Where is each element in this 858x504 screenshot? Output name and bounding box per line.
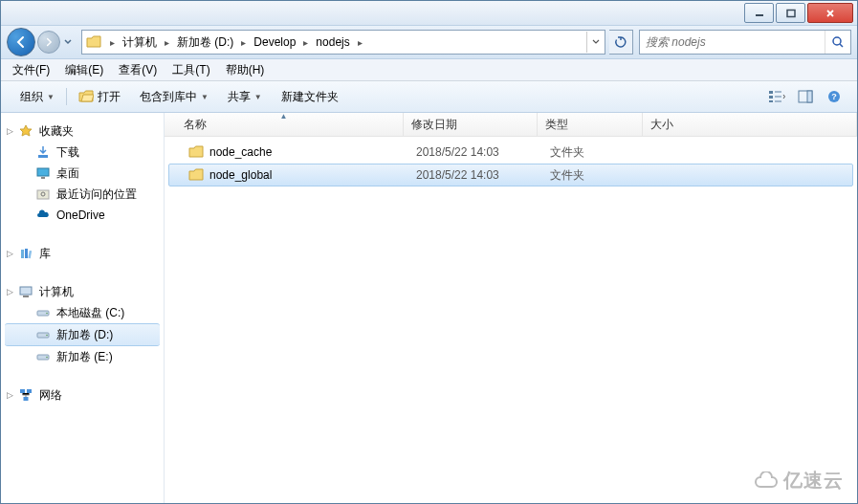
maximize-button[interactable]: [776, 3, 805, 23]
column-name-label: 名称: [184, 117, 207, 133]
back-button[interactable]: [7, 28, 35, 56]
chevron-down-icon: [592, 39, 600, 45]
column-type[interactable]: 类型: [538, 113, 643, 136]
view-mode-button[interactable]: [763, 85, 790, 108]
forward-button[interactable]: [37, 31, 60, 54]
breadcrumb-segment[interactable]: 新加卷 (D:): [174, 31, 236, 54]
column-date[interactable]: 修改日期: [404, 113, 538, 136]
svg-rect-12: [37, 190, 49, 199]
explorer-window: ▸ 计算机 ▸ 新加卷 (D:) ▸ Develop ▸ nodejs ▸ 文件…: [0, 0, 858, 504]
file-date: 2018/5/22 14:03: [408, 145, 542, 159]
search-input[interactable]: [640, 35, 825, 49]
preview-pane-icon: [798, 90, 813, 103]
drive-c-item[interactable]: 本地磁盘 (C:): [1, 302, 164, 323]
collapse-toggle[interactable]: ▷: [5, 126, 14, 136]
menu-edit[interactable]: 编辑(E): [57, 59, 111, 80]
menu-view[interactable]: 查看(V): [111, 59, 165, 80]
open-button[interactable]: 打开: [69, 81, 130, 112]
file-list[interactable]: node_cache2018/5/22 14:03文件夹node_global2…: [165, 137, 857, 504]
libraries-label: 库: [39, 246, 51, 262]
breadcrumb-segment[interactable]: 计算机: [120, 31, 160, 54]
minimize-button[interactable]: [744, 3, 774, 23]
share-label: 共享: [228, 89, 251, 105]
breadcrumb-segment[interactable]: nodejs: [313, 31, 352, 54]
drive-icon: [35, 327, 51, 342]
address-dropdown[interactable]: [586, 32, 605, 53]
desktop-label: 桌面: [56, 165, 79, 182]
favorites-group[interactable]: ▷ 收藏夹: [1, 121, 164, 142]
close-button[interactable]: [807, 3, 853, 23]
drive-d-item[interactable]: 新加卷 (D:): [5, 323, 160, 346]
svg-rect-2: [769, 91, 773, 94]
drive-icon: [35, 349, 51, 364]
svg-rect-3: [769, 96, 773, 99]
refresh-icon: [614, 35, 627, 49]
include-in-library-button[interactable]: 包含到库中▼: [130, 81, 218, 112]
onedrive-item[interactable]: OneDrive: [1, 205, 164, 226]
collapse-toggle[interactable]: ▷: [5, 287, 14, 296]
collapse-toggle[interactable]: ▷: [5, 249, 14, 258]
organize-button[interactable]: 组织▼: [11, 81, 64, 112]
body: ▷ 收藏夹 下载 桌面 最近访问的位置 One: [1, 113, 857, 504]
column-size[interactable]: 大小: [643, 113, 857, 136]
svg-rect-27: [24, 397, 29, 401]
history-dropdown[interactable]: [62, 33, 74, 52]
svg-point-20: [46, 313, 48, 315]
svg-rect-10: [37, 168, 49, 176]
drive-icon: [35, 305, 51, 320]
desktop-item[interactable]: 桌面: [1, 163, 164, 184]
help-button[interactable]: ?: [821, 85, 847, 108]
folder-icon: [188, 145, 204, 159]
navbar: ▸ 计算机 ▸ 新加卷 (D:) ▸ Develop ▸ nodejs ▸: [1, 26, 857, 59]
open-folder-icon: [78, 90, 94, 103]
file-name: node_global: [209, 168, 272, 182]
svg-point-24: [46, 357, 48, 359]
drive-d-label: 新加卷 (D:): [56, 327, 113, 343]
content-area: ▲ 名称 修改日期 类型 大小 node_cache2018/5/22 14:0…: [165, 113, 857, 504]
separator: [66, 88, 67, 105]
organize-label: 组织: [20, 89, 43, 105]
file-type: 文件夹: [542, 144, 648, 161]
svg-rect-18: [23, 296, 29, 297]
search-button[interactable]: [825, 31, 850, 54]
downloads-item[interactable]: 下载: [1, 142, 164, 163]
new-folder-button[interactable]: 新建文件夹: [272, 81, 348, 112]
libraries-group[interactable]: ▷ 库: [1, 243, 164, 264]
recent-places-item[interactable]: 最近访问的位置: [1, 184, 164, 205]
breadcrumb-separator: ▸: [105, 37, 120, 48]
column-name[interactable]: ▲ 名称: [165, 113, 404, 136]
network-group[interactable]: ▷ 网络: [1, 384, 164, 405]
search-box[interactable]: [639, 30, 851, 55]
breadcrumb-separator: ▸: [160, 37, 174, 48]
file-row[interactable]: node_global2018/5/22 14:03文件夹: [168, 164, 853, 186]
svg-rect-26: [27, 389, 32, 393]
breadcrumb-segment[interactable]: Develop: [251, 31, 298, 54]
share-button[interactable]: 共享▼: [218, 81, 272, 112]
file-name-cell: node_cache: [169, 145, 408, 159]
watermark-text: 亿速云: [783, 468, 844, 493]
svg-rect-6: [807, 91, 812, 102]
computer-group[interactable]: ▷ 计算机: [1, 281, 164, 302]
menu-help[interactable]: 帮助(H): [218, 59, 273, 80]
collapse-toggle[interactable]: ▷: [5, 390, 14, 400]
recent-icon: [35, 186, 51, 202]
refresh-button[interactable]: [609, 30, 633, 55]
file-name: node_cache: [209, 145, 272, 159]
preview-pane-button[interactable]: [792, 85, 819, 108]
breadcrumb-separator: ▸: [298, 37, 313, 48]
column-size-label: 大小: [650, 117, 673, 133]
address-bar[interactable]: ▸ 计算机 ▸ 新加卷 (D:) ▸ Develop ▸ nodejs ▸: [81, 30, 605, 55]
menu-file[interactable]: 文件(F): [5, 59, 57, 80]
chevron-down-icon: ▼: [201, 93, 209, 101]
menu-tools[interactable]: 工具(T): [165, 59, 217, 80]
svg-rect-0: [787, 10, 795, 16]
watermark: 亿速云: [753, 468, 844, 493]
file-row[interactable]: node_cache2018/5/22 14:03文件夹: [168, 141, 853, 164]
downloads-icon: [35, 144, 51, 160]
drive-e-item[interactable]: 新加卷 (E:): [1, 346, 164, 367]
computer-icon: [18, 284, 33, 299]
desktop-icon: [35, 165, 51, 181]
recent-label: 最近访问的位置: [56, 186, 137, 203]
sort-indicator-icon: ▲: [280, 112, 288, 121]
svg-rect-17: [20, 287, 32, 295]
